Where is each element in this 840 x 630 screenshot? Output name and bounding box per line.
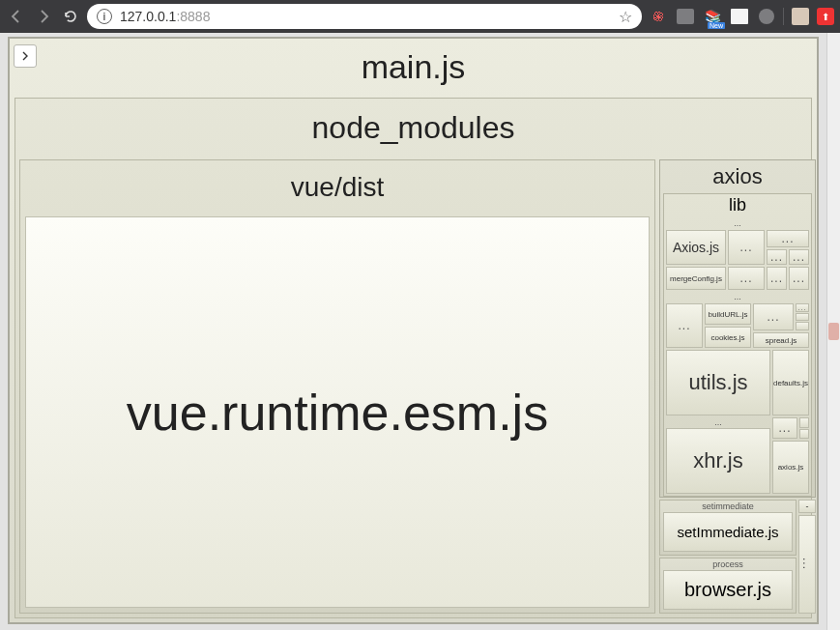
site-info-icon[interactable]: i	[97, 9, 112, 24]
lib-section-header-3: ...	[666, 417, 770, 427]
tiny-cell-dots[interactable]: ...	[798, 515, 816, 614]
lib-cell-tiny[interactable]	[799, 417, 809, 428]
axios-inner-cell[interactable]: axios.js	[772, 441, 809, 494]
lib-cell-dots[interactable]: ...	[728, 267, 765, 290]
page-viewport: main.js node_modules vue/dist vue.runtim…	[0, 33, 840, 630]
vue-dist-block[interactable]: vue/dist vue.runtime.esm.js	[19, 159, 655, 614]
browser-chrome: i 127.0.0.1:8888 ☆ ֍ 📚 New ⬆	[0, 0, 840, 33]
setimmediate-file-cell[interactable]: setImmediate.js	[663, 512, 793, 552]
axios-block[interactable]: axios lib ... Axios.js ...	[659, 159, 816, 498]
node-modules-body: vue/dist vue.runtime.esm.js axios lib	[15, 159, 811, 617]
lib-cell-tiny[interactable]	[796, 313, 809, 322]
extension-icon-1[interactable]: ֍	[648, 6, 669, 27]
node-modules-block[interactable]: node_modules vue/dist vue.runtime.esm.js	[14, 98, 812, 618]
toolbar-separator	[783, 8, 784, 25]
profile-avatar-icon[interactable]	[790, 6, 811, 27]
back-button[interactable]	[6, 6, 27, 27]
lib-cell-tiny[interactable]	[799, 429, 809, 440]
root-title: main.js	[10, 39, 817, 98]
defaults-cell[interactable]: defaults.js	[772, 350, 809, 415]
lib-cell-dots[interactable]: ...	[666, 303, 703, 348]
new-badge: New	[708, 22, 725, 29]
spread-cell[interactable]: spread.js	[753, 332, 809, 348]
extension-icon-2[interactable]	[675, 6, 696, 27]
scrollbar-thumb[interactable]	[828, 323, 839, 340]
forward-button[interactable]	[33, 6, 54, 27]
update-indicator-icon[interactable]: ⬆	[817, 8, 834, 25]
lib-content: ... Axios.js ... ... ... ..	[664, 218, 811, 496]
expand-sidebar-button[interactable]	[14, 44, 37, 68]
lib-cell-dots[interactable]: ...	[796, 303, 809, 312]
axios-title: axios	[660, 160, 815, 193]
extension-icon-4[interactable]	[729, 6, 750, 27]
lib-block[interactable]: lib ... Axios.js ... ...	[663, 193, 812, 497]
vue-runtime-file-block[interactable]: vue.runtime.esm.js	[25, 216, 650, 608]
node-modules-title: node_modules	[15, 99, 811, 159]
lib-cell-dots[interactable]: ...	[767, 267, 787, 290]
utils-cell[interactable]: utils.js	[666, 350, 770, 415]
lib-cell-dots[interactable]: ...	[767, 249, 787, 265]
lib-section-header-1: ...	[666, 218, 809, 228]
url-host: 127.0.0.1	[120, 9, 176, 24]
extension-icon-5[interactable]	[756, 6, 777, 27]
tiny-side-column: - ...	[798, 500, 816, 614]
reload-button[interactable]	[60, 6, 81, 27]
process-header: process	[660, 558, 796, 570]
mergeconfig-cell[interactable]: mergeConfig.js	[666, 267, 726, 290]
url-text: 127.0.0.1:8888	[120, 9, 611, 24]
extension-icon-3[interactable]: 📚 New	[702, 6, 723, 27]
lib-cell-dots[interactable]: ...	[789, 249, 809, 265]
bookmark-star-icon[interactable]: ☆	[619, 8, 632, 26]
lib-cell-dots[interactable]: ...	[728, 230, 765, 265]
lib-cell-tiny[interactable]	[796, 322, 809, 330]
lib-cell-dots[interactable]: ...	[753, 303, 794, 330]
treemap-container: main.js node_modules vue/dist vue.runtim…	[0, 33, 826, 630]
process-file-cell[interactable]: browser.js	[663, 570, 793, 610]
right-column: axios lib ... Axios.js ...	[659, 159, 816, 614]
lib-section-header-2: ...	[666, 292, 809, 301]
url-port: :8888	[176, 9, 210, 24]
lib-title: lib	[664, 194, 811, 218]
xhr-cell[interactable]: xhr.js	[666, 428, 770, 494]
tiny-cell-dash[interactable]: -	[798, 500, 816, 513]
vue-runtime-label: vue.runtime.esm.js	[127, 384, 548, 442]
process-block[interactable]: process browser.js	[659, 558, 797, 614]
buildurl-cell[interactable]: buildURL.js	[705, 303, 751, 325]
treemap-root[interactable]: main.js node_modules vue/dist vue.runtim…	[8, 37, 819, 624]
lib-cell-dots[interactable]: ...	[767, 230, 809, 247]
axios-js-cell[interactable]: Axios.js	[666, 230, 726, 265]
setimmediate-block[interactable]: setimmediate setImmediate.js	[659, 500, 797, 556]
lib-cell-dots[interactable]: ...	[789, 267, 809, 290]
vue-dist-title: vue/dist	[20, 160, 654, 216]
vertical-scrollbar[interactable]	[826, 33, 840, 630]
url-bar[interactable]: i 127.0.0.1:8888 ☆	[87, 4, 642, 29]
cookies-cell[interactable]: cookies.js	[705, 327, 751, 348]
lib-cell-dots[interactable]: ...	[772, 417, 797, 439]
setimmediate-header: setimmediate	[660, 501, 796, 512]
